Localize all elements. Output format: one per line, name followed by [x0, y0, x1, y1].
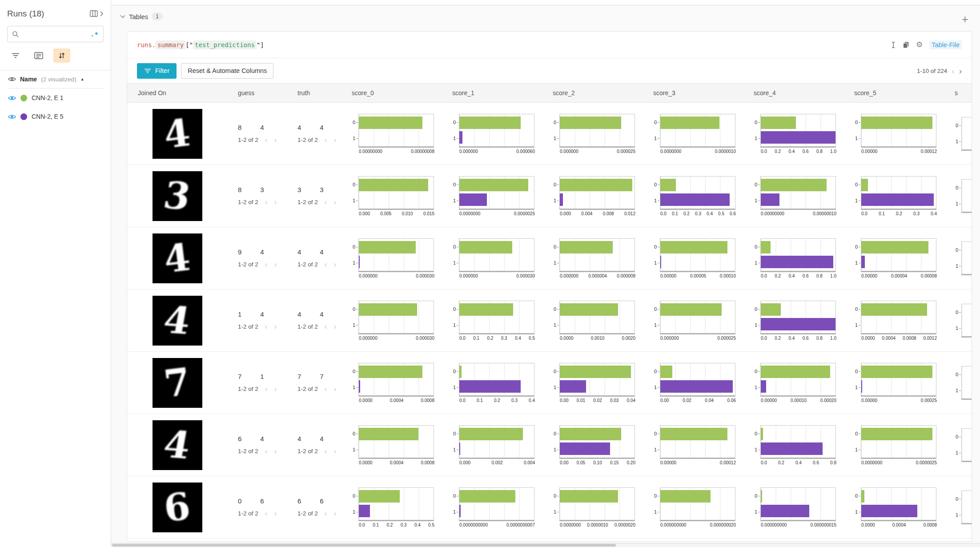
- score-histogram[interactable]: 01 0.00000.00040.00080.0012: [854, 301, 948, 341]
- prev-icon[interactable]: ‹: [265, 261, 268, 268]
- add-panel-icon[interactable]: +: [962, 13, 968, 25]
- next-icon[interactable]: ›: [274, 261, 277, 268]
- column-header-score-0[interactable]: score_0: [345, 84, 445, 102]
- prev-icon[interactable]: ‹: [325, 510, 327, 517]
- next-icon[interactable]: ›: [274, 385, 277, 393]
- next-page-icon[interactable]: ›: [959, 67, 962, 75]
- digit-image[interactable]: 6: [153, 483, 202, 532]
- gear-icon[interactable]: ⚙: [916, 40, 923, 49]
- score-histogram[interactable]: 01 0.00000000.0000025: [452, 176, 546, 216]
- prev-icon[interactable]: ‹: [265, 447, 268, 455]
- column-header-joined-on[interactable]: Joined On: [127, 84, 227, 102]
- section-title[interactable]: Tables: [129, 13, 148, 20]
- next-icon[interactable]: ›: [333, 261, 336, 268]
- prev-icon[interactable]: ‹: [325, 261, 327, 268]
- score-histogram[interactable]: 01 0.00.20.40.60.81.0: [754, 114, 847, 154]
- regex-toggle[interactable]: .*: [90, 31, 99, 38]
- prev-icon[interactable]: ‹: [265, 136, 268, 144]
- filter-runs-button[interactable]: [7, 48, 24, 63]
- score-histogram[interactable]: 01 0.00000.00100.0020: [553, 301, 646, 341]
- prev-icon[interactable]: ‹: [325, 198, 327, 206]
- digit-image[interactable]: 7: [153, 358, 202, 408]
- score-histogram[interactable]: 01 0.00000000000.0000000007: [452, 487, 546, 527]
- score-histogram[interactable]: 01 0.0000.0050.0100.015: [352, 176, 445, 216]
- prev-icon[interactable]: ‹: [265, 385, 268, 393]
- prev-icon[interactable]: ‹: [325, 447, 327, 455]
- column-header-guess[interactable]: guess: [227, 84, 287, 102]
- column-header-score-2[interactable]: score_2: [546, 84, 646, 102]
- text-cursor-icon[interactable]: [891, 41, 896, 48]
- score-histogram[interactable]: 01 0.00000000.0000010: [653, 114, 747, 154]
- score-histogram[interactable]: 01 0.0000000.000060: [452, 114, 546, 154]
- next-icon[interactable]: ›: [274, 510, 277, 517]
- score-histogram[interactable]: 01 0.0000.0040.0080.012: [553, 176, 646, 216]
- prev-icon[interactable]: ‹: [325, 323, 327, 330]
- scrollbar-thumb[interactable]: [112, 544, 616, 547]
- name-column-header[interactable]: Name (2 visualized) ▲: [7, 70, 104, 88]
- next-icon[interactable]: ›: [274, 447, 277, 455]
- column-header-truth[interactable]: truth: [287, 84, 345, 102]
- score-histogram[interactable]: 01 0.0000000.000030: [352, 301, 445, 341]
- score-histogram[interactable]: 01 0.00000.00040.0008: [352, 363, 445, 403]
- score-histogram[interactable]: 01 0.0000000000.000000015: [754, 487, 847, 527]
- score-histogram[interactable]: 01 0.0000000.0000040.000008: [553, 238, 646, 278]
- score-histogram[interactable]: 01 0.0000000.000025: [553, 114, 646, 154]
- score-histogram[interactable]: 01 0.000000.000040.00008: [854, 238, 948, 278]
- score-histogram[interactable]: 01 0.00000.00040.0008: [352, 425, 445, 465]
- run-item-cnn2-e5[interactable]: CNN-2, E 5: [7, 107, 104, 126]
- score-histogram[interactable]: 01 0.0000000.000025: [653, 301, 747, 341]
- next-icon[interactable]: ›: [274, 136, 277, 144]
- column-header-score-3[interactable]: score_3: [646, 84, 747, 102]
- score-histogram[interactable]: 01 0.000000000.00000010: [754, 176, 847, 216]
- score-histogram[interactable]: 01 0.0000.0020.004: [452, 425, 546, 465]
- score-histogram[interactable]: 01 0.00.10.20.30.4: [452, 363, 546, 403]
- column-header-score-4[interactable]: score_4: [747, 84, 847, 102]
- run-search-input[interactable]: [19, 31, 90, 38]
- score-histogram[interactable]: 01 0.00.20.40.60.81.0: [754, 238, 847, 278]
- next-icon[interactable]: ›: [333, 385, 336, 393]
- prev-icon[interactable]: ‹: [265, 323, 268, 330]
- score-histogram[interactable]: 01 0.00.20.40.60.8: [754, 425, 847, 465]
- digit-image[interactable]: 4: [153, 296, 202, 346]
- digit-image[interactable]: 4: [153, 420, 202, 470]
- filter-button[interactable]: Filter: [137, 63, 177, 79]
- score-histogram[interactable]: 01 0.0000000.000030: [452, 238, 546, 278]
- tables-collapse-chevron-icon[interactable]: [120, 15, 125, 18]
- score-histogram[interactable]: 01 0.000.010.020.030.04: [553, 363, 646, 403]
- score-histogram[interactable]: 01 0.000000.00025: [854, 363, 948, 403]
- score-histogram[interactable]: 01 0.000000.00012: [653, 425, 747, 465]
- next-icon[interactable]: ›: [274, 198, 277, 206]
- query-expression[interactable]: runs.summary["test_predictions"] ⚙ Table…: [127, 32, 972, 58]
- score-histogram[interactable]: 01 0.00.10.20.30.4: [854, 176, 948, 216]
- run-visible-eye-icon[interactable]: [8, 114, 16, 120]
- run-item-cnn2-e1[interactable]: CNN-2, E 1: [7, 88, 104, 107]
- score-histogram[interactable]: 01 0.000000.000050.00010: [653, 238, 747, 278]
- prev-icon[interactable]: ‹: [265, 510, 268, 517]
- score-histogram[interactable]: 01 0.00.10.20.30.40.5: [452, 301, 546, 341]
- prev-icon[interactable]: ‹: [265, 198, 268, 206]
- score-histogram[interactable]: 01 0.00.10.20.30.40.50.6: [653, 176, 747, 216]
- next-icon[interactable]: ›: [333, 198, 336, 206]
- digit-image[interactable]: 3: [153, 171, 202, 221]
- horizontal-scrollbar[interactable]: [111, 543, 980, 547]
- prev-icon[interactable]: ‹: [325, 385, 327, 393]
- prev-page-icon[interactable]: ‹: [952, 67, 954, 75]
- copy-icon[interactable]: [903, 41, 909, 48]
- score-histogram[interactable]: 01 0.000.020.040.06: [653, 363, 747, 403]
- digit-image[interactable]: 4: [153, 233, 202, 283]
- next-icon[interactable]: ›: [333, 323, 336, 330]
- run-visible-eye-icon[interactable]: [8, 95, 16, 101]
- column-header-score-5[interactable]: score_5: [847, 84, 948, 102]
- prev-icon[interactable]: ‹: [325, 136, 327, 144]
- next-icon[interactable]: ›: [333, 136, 336, 144]
- table-file-link[interactable]: Table-File: [929, 40, 962, 49]
- score-histogram[interactable]: 01 0.00.10.20.30.40.5: [352, 487, 445, 527]
- score-histogram[interactable]: 01 0.00.20.40.60.81.0: [754, 301, 847, 341]
- digit-image[interactable]: 4: [153, 109, 202, 159]
- next-icon[interactable]: ›: [333, 447, 336, 455]
- sort-runs-button[interactable]: [53, 48, 70, 63]
- score-histogram[interactable]: 01 0.000.050.100.150.20: [553, 425, 646, 465]
- expand-chevron-icon[interactable]: [100, 11, 104, 17]
- score-histogram[interactable]: 01 0.00000.00040.0008: [854, 487, 948, 527]
- next-icon[interactable]: ›: [333, 510, 336, 517]
